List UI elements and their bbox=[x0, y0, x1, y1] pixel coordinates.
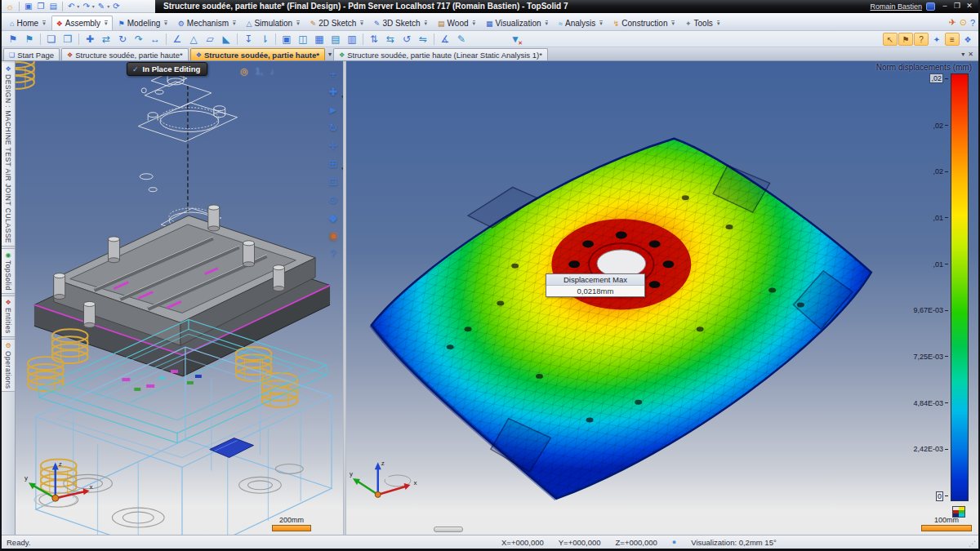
project-geometry-button[interactable]: ⇋ bbox=[415, 32, 431, 47]
sidebar-tab-operations[interactable]: ⚙ Operations bbox=[2, 339, 15, 393]
rotate-ccw-button[interactable]: ↺ bbox=[399, 32, 415, 47]
tab-tools[interactable]: ✦Tools▾ bbox=[680, 16, 724, 30]
chevron-down-icon[interactable]: ▾ bbox=[546, 20, 549, 26]
sketch-edit-button[interactable]: ✎ bbox=[453, 32, 470, 47]
sidebar-tab-project[interactable]: ❖ DESIGN : MACHINE TEST AIR JOINT CULASS… bbox=[2, 63, 15, 247]
tab-construction[interactable]: ↯Construction▾ bbox=[608, 16, 679, 30]
chevron-down-icon[interactable]: ▾ bbox=[164, 20, 167, 26]
close-document-icon[interactable]: ✕ bbox=[968, 51, 973, 58]
zoom-free-button[interactable]: ⊙ bbox=[325, 192, 341, 207]
session-tools-icon[interactable]: ✈ bbox=[948, 17, 956, 28]
exploded-assembly-scene[interactable]: z y x bbox=[16, 61, 343, 535]
check-in-button[interactable]: ❐ bbox=[60, 32, 76, 47]
chevron-down-icon[interactable]: ▾ bbox=[599, 20, 603, 26]
redo-button[interactable]: ↷ bbox=[81, 1, 91, 12]
spotlight-button[interactable]: ► bbox=[325, 102, 341, 118]
help-icon[interactable]: ? bbox=[970, 18, 975, 28]
edit-pen-button[interactable]: ✎ bbox=[96, 1, 106, 12]
blue-solid-part[interactable] bbox=[210, 438, 254, 458]
insert-part-button[interactable]: ⚑ bbox=[5, 32, 21, 47]
select-mode-button[interactable]: ↖ bbox=[883, 33, 898, 46]
fea-model[interactable] bbox=[372, 139, 871, 499]
chevron-down-icon[interactable]: ▾ bbox=[473, 20, 476, 26]
command-list-button[interactable]: ≡ bbox=[945, 33, 960, 46]
translate-plane-button[interactable]: ⇄ bbox=[98, 32, 114, 47]
flip-button[interactable]: ↷ bbox=[131, 32, 147, 47]
chevron-down-icon[interactable]: ▾ bbox=[425, 20, 428, 26]
analysis-viewport[interactable]: z y x Norm displacements (mm) ,02 ,02 ,0… bbox=[346, 61, 978, 535]
axis-pin-button[interactable]: ✛ bbox=[325, 138, 341, 153]
undo-dropdown[interactable]: ▾ bbox=[77, 3, 79, 9]
context-help-button[interactable]: ? bbox=[914, 33, 929, 46]
tab-2d-sketch[interactable]: ✎2D Sketch▾ bbox=[305, 16, 368, 30]
rotate-button[interactable]: ↻ bbox=[114, 32, 131, 47]
design-viewport[interactable]: z y x ✓ In Place Editing ◎ 1, ♩ + ✚▾ ► ↻… bbox=[16, 61, 343, 535]
measure-triangle-button[interactable]: △ bbox=[185, 32, 202, 47]
chevron-down-icon[interactable]: ▾ bbox=[671, 20, 675, 26]
maximize-button[interactable]: ❐ bbox=[951, 2, 963, 11]
refresh-button[interactable]: ⟳ bbox=[111, 1, 121, 12]
zoom-window-button[interactable]: ⊡ bbox=[325, 174, 341, 189]
align-vertical-button[interactable]: ⇅ bbox=[366, 32, 382, 47]
tab-3d-sketch[interactable]: ✎3D Sketch▾ bbox=[369, 16, 432, 30]
check-out-button[interactable]: ❏ bbox=[43, 32, 60, 47]
close-button[interactable]: ✕ bbox=[964, 2, 975, 11]
ghost-display-icon[interactable]: ◎ bbox=[240, 66, 248, 77]
tab-mechanism[interactable]: ⚙Mechanism▾ bbox=[173, 16, 241, 30]
remove-filter-button[interactable]: ▼✕ bbox=[507, 32, 523, 47]
chevron-down-icon[interactable]: ▾ bbox=[233, 20, 236, 26]
insert-assembly-button[interactable]: ⚑ bbox=[21, 32, 38, 47]
copy-document-button[interactable]: ❐ bbox=[36, 1, 47, 12]
render-style-button[interactable]: ◉ bbox=[325, 228, 341, 243]
split-viewports-button[interactable]: ⊞▾ bbox=[325, 156, 341, 171]
tab-home[interactable]: ⌂Home▾ bbox=[5, 16, 51, 30]
rotate-view-button[interactable]: ↻ bbox=[325, 120, 341, 136]
doc-tab-linear-static-analysis[interactable]: ❖Structure soudée, partie haute (Linear … bbox=[333, 48, 548, 60]
anchor-down-button[interactable]: ↧ bbox=[240, 32, 256, 47]
tab-visualization[interactable]: ▦Visualization▾ bbox=[481, 16, 553, 30]
view-help-button[interactable]: ? bbox=[325, 246, 341, 261]
doc-tab-structure-soudee-active[interactable]: ❖Structure soudée, partie haute* bbox=[190, 48, 325, 60]
dropdown-dot[interactable]: ▾ bbox=[341, 89, 343, 104]
measure-angle-button[interactable]: ∠ bbox=[169, 32, 185, 47]
chevron-down-icon[interactable]: ▾ bbox=[296, 20, 300, 26]
doc-tab-structure-soudee[interactable]: ❖Structure soudée, partie haute* bbox=[61, 48, 189, 60]
section-display-icon[interactable]: 1, bbox=[256, 66, 263, 77]
component-manager-button[interactable]: ❖ bbox=[960, 33, 975, 46]
zoom-target-button[interactable]: + bbox=[325, 66, 341, 82]
tab-modeling[interactable]: ⚑Modeling▾ bbox=[114, 16, 172, 30]
tag-edit-button[interactable]: ⚑ bbox=[898, 33, 913, 46]
topsolid-logo-icon[interactable]: ☼ bbox=[4, 1, 16, 12]
globe-icon[interactable]: ● bbox=[672, 538, 676, 546]
translate-button[interactable]: ✚ bbox=[82, 32, 98, 47]
customize-button[interactable]: ✦ bbox=[929, 33, 944, 46]
redo-dropdown[interactable]: ▾ bbox=[92, 3, 95, 9]
align-swap-button[interactable]: ⇆ bbox=[382, 32, 399, 47]
tab-analysis[interactable]: ≈Analysis▾ bbox=[554, 16, 608, 30]
viewport-grid-button[interactable]: ▦ bbox=[311, 32, 327, 47]
user-account-link[interactable]: Romain Bastien bbox=[870, 2, 922, 11]
measure-plane-button[interactable]: ▱ bbox=[202, 32, 218, 47]
tab-simulation[interactable]: △Simulation▾ bbox=[242, 16, 305, 30]
circular-pockets[interactable] bbox=[39, 464, 303, 527]
tab-wood[interactable]: ▤Wood▾ bbox=[433, 16, 480, 30]
viewport-single-button[interactable]: ▣ bbox=[278, 32, 295, 47]
doc-tab-start-page[interactable]: ❏Start Page bbox=[3, 48, 60, 60]
pan-button[interactable]: ✚▾ bbox=[325, 84, 341, 100]
measure-corner-button[interactable]: ◣ bbox=[218, 32, 234, 47]
tab-assembly[interactable]: ❖Assembly▾ bbox=[51, 16, 113, 30]
chevron-down-icon[interactable]: ▾ bbox=[42, 20, 46, 26]
print-button[interactable]: ▤ bbox=[48, 1, 59, 12]
viewport-cols-button[interactable]: ▥ bbox=[344, 32, 360, 47]
undo-button[interactable]: ↶ bbox=[66, 1, 76, 12]
horizontal-scrollbar-thumb[interactable] bbox=[434, 527, 463, 532]
chevron-down-icon[interactable]: ▾ bbox=[360, 20, 363, 26]
chevron-down-icon[interactable]: ▾ bbox=[717, 20, 720, 26]
view-orientation-button[interactable]: ◆ bbox=[325, 210, 341, 225]
dropdown-dot[interactable]: ▾ bbox=[341, 161, 343, 176]
search-icon[interactable]: ⊙ bbox=[960, 17, 967, 28]
save-button[interactable]: ▣ bbox=[23, 1, 33, 12]
legend-color-bar[interactable] bbox=[951, 73, 969, 501]
minimize-button[interactable]: – bbox=[939, 2, 951, 11]
chevron-down-icon[interactable]: ▾ bbox=[105, 20, 108, 26]
